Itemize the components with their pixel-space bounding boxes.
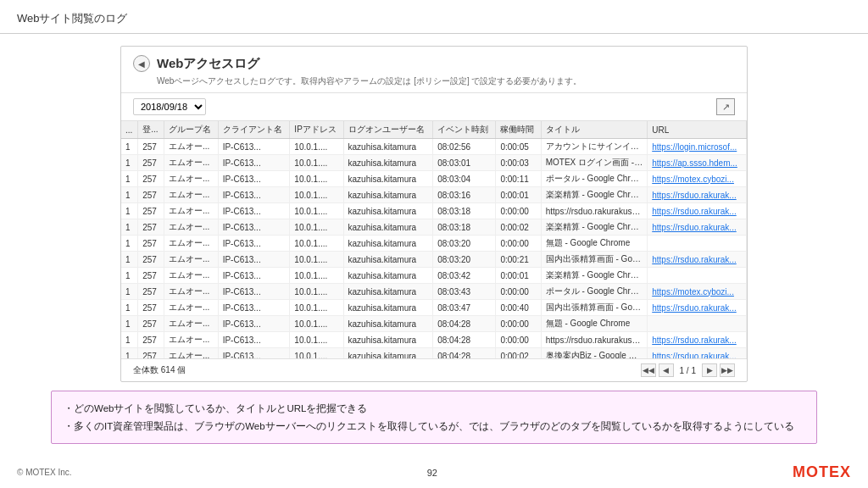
table-cell: IP-C613... [218,236,290,252]
export-button[interactable]: ↗ [716,98,735,115]
page-info: 1 / 1 [676,366,699,375]
table-cell[interactable]: https://motex.cybozi... [648,284,747,300]
table-cell: 08:03:04 [433,171,496,187]
table-cell: 1 [121,171,138,187]
table-cell: 0:00:02 [496,348,541,359]
table-header-row: ... 登... グループ名 クライアント名 IPアドレス ログオンユーザー名 … [121,121,747,139]
table-cell: 10.0.1.... [290,332,343,348]
table-cell [648,268,747,284]
table-cell[interactable]: https://rsduo.rakurak... [648,219,747,236]
table-cell[interactable]: https://motex.cybozi... [648,171,747,187]
table-cell: 1 [121,139,138,155]
table-body: 1257エムオー...IP-C613...10.0.1....kazuhisa.… [121,139,747,359]
table-cell[interactable]: https://ap.ssso.hdem... [648,155,747,171]
table-cell: IP-C613... [218,300,290,316]
table-cell: IP-C613... [218,252,290,268]
table-cell: 08:03:47 [433,300,496,316]
table-cell: 257 [138,252,164,268]
table-row: 1257エムオー...IP-C613...10.0.1....kazuhisa.… [121,316,747,332]
table-cell[interactable]: https://login.microsof... [648,139,747,155]
table-cell: エムオー... [164,316,218,332]
table-cell: ポータル - Google Chrome [541,284,647,300]
footer-logo: MOTEX [793,463,851,481]
table-row: 1257エムオー...IP-C613...10.0.1....kazuhisa.… [121,139,747,155]
col-num: ... [121,121,138,139]
table-cell: エムオー... [164,236,218,252]
table-cell: 1 [121,155,138,171]
col-uptime: 稼働時間 [496,121,541,139]
table-cell: IP-C613... [218,268,290,284]
table-row: 1257エムオー...IP-C613...10.0.1....kazuhisa.… [121,219,747,236]
table-cell: kazuhisa.kitamura [343,236,433,252]
table-cell[interactable]: https://rsduo.rakurak... [648,203,747,219]
table-cell: 08:02:56 [433,139,496,155]
table-cell: 10.0.1.... [290,348,343,359]
table-cell: 257 [138,316,164,332]
col-user: ログオンユーザー名 [343,121,433,139]
table-cell: 0:00:00 [496,236,541,252]
table-row: 1257エムオー...IP-C613...10.0.1....kazuhisa.… [121,284,747,300]
table-cell: エムオー... [164,268,218,284]
table-cell: 257 [138,203,164,219]
table-cell: 10.0.1.... [290,236,343,252]
table-cell: 257 [138,187,164,203]
table-cell: 257 [138,171,164,187]
table-cell: 0:00:21 [496,252,541,268]
table-cell: kazuhisa.kitamura [343,284,433,300]
table-cell: 1 [121,316,138,332]
table-cell: エムオー... [164,300,218,316]
table-cell: 無題 - Google Chrome [541,316,647,332]
table-cell: 1 [121,236,138,252]
table-cell: 257 [138,300,164,316]
table-cell: ポータル - Google Chrome [541,171,647,187]
table-cell: 08:03:20 [433,252,496,268]
table-cell: IP-C613... [218,171,290,187]
table-cell: 1 [121,203,138,219]
first-page-button[interactable]: ◀◀ [641,363,656,377]
table-cell: 257 [138,236,164,252]
table-cell: 08:03:18 [433,203,496,219]
table-cell: 1 [121,332,138,348]
last-page-button[interactable]: ▶▶ [720,363,735,377]
table-cell: 0:00:00 [496,284,541,300]
table-cell: アカウントにサインイン - Google Chrome [541,139,647,155]
table-cell: IP-C613... [218,187,290,203]
log-subtitle: Webページへアクセスしたログです。取得内容やアラームの設定は [ポリシー設定]… [157,75,735,87]
table-row: 1257エムオー...IP-C613...10.0.1....kazuhisa.… [121,203,747,219]
table-cell: 08:04:28 [433,332,496,348]
table-cell: 楽楽精算 - Google Chrome [541,187,647,203]
table-row: 1257エムオー...IP-C613...10.0.1....kazuhisa.… [121,187,747,203]
table-cell: 0:00:01 [496,187,541,203]
table-cell: 10.0.1.... [290,284,343,300]
table-cell: エムオー... [164,252,218,268]
table-cell [648,236,747,252]
back-button[interactable]: ◀ [133,55,150,72]
table-cell: 1 [121,348,138,359]
total-count: 全体数 614 個 [133,364,186,376]
table-cell: IP-C613... [218,316,290,332]
prev-page-button[interactable]: ◀ [659,363,674,377]
table-cell: 楽楽精算 - Google Chrome [541,268,647,284]
table-cell[interactable]: https://rsduo.rakurak... [648,300,747,316]
table-cell: kazuhisa.kitamura [343,203,433,219]
table-row: 1257エムオー...IP-C613...10.0.1....kazuhisa.… [121,332,747,348]
next-page-button[interactable]: ▶ [702,363,717,377]
date-select[interactable]: 2018/09/18 [133,98,206,115]
pagination: ◀◀ ◀ 1 / 1 ▶ ▶▶ [641,363,735,377]
table-cell: kazuhisa.kitamura [343,187,433,203]
table-cell: エムオー... [164,171,218,187]
table-row: 1257エムオー...IP-C613...10.0.1....kazuhisa.… [121,171,747,187]
col-url: URL [648,121,747,139]
table-cell[interactable]: https://rsduo.rakurak... [648,332,747,348]
table-cell: kazuhisa.kitamura [343,139,433,155]
table-cell[interactable]: https://rsduo.rakurak... [648,187,747,203]
table-cell[interactable]: https://rsduo.rakurak... [648,348,747,359]
table-cell: IP-C613... [218,155,290,171]
table-cell: IP-C613... [218,284,290,300]
table-cell[interactable]: https://rsduo.rakurak... [648,252,747,268]
col-group: グループ名 [164,121,218,139]
table-cell: 257 [138,332,164,348]
table-cell: エムオー... [164,348,218,359]
main-content: ◀ Webアクセスログ Webページへアクセスしたログです。取得内容やアラームの… [0,34,868,456]
table-cell: IP-C613... [218,203,290,219]
